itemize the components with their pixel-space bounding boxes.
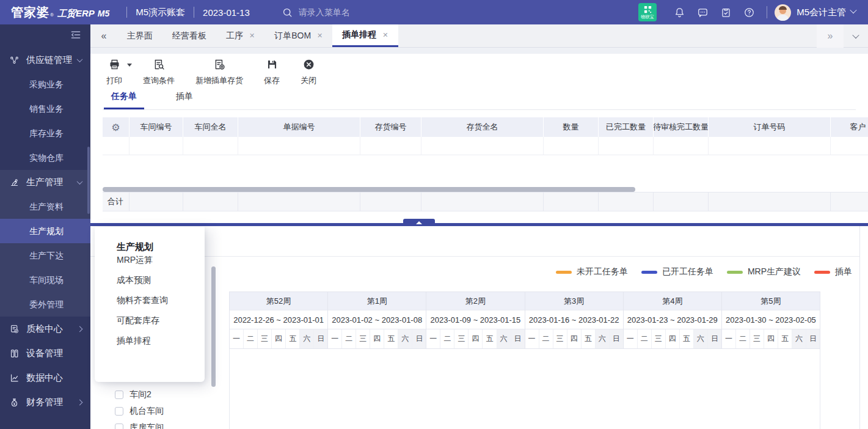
iot-badge-button[interactable]: 物联宝	[638, 3, 657, 21]
checkbox-unchecked[interactable]	[115, 424, 123, 429]
sidebar-item-生产资料[interactable]: 生产资料	[0, 194, 90, 219]
tab-经营看板[interactable]: 经营看板	[162, 24, 216, 47]
toolbar-button-新增插单存货[interactable]: 新增插单存货	[195, 58, 243, 86]
subtab-插单[interactable]: 插单	[169, 86, 200, 109]
gantt-day-cell[interactable]: 二	[440, 329, 454, 348]
sidebar-item-采购业务[interactable]: 采购业务	[0, 72, 90, 97]
sidebar-collapse-button[interactable]	[0, 24, 90, 48]
gantt-day-cell[interactable]: 四	[567, 329, 582, 348]
gantt-day-cell[interactable]: 五	[384, 329, 398, 348]
flyout-menu-item-成本预测[interactable]: 成本预测	[95, 270, 205, 290]
toolbar-button-查询条件[interactable]: 查询条件	[143, 58, 175, 86]
column-header-车间编号[interactable]: 车间编号	[129, 117, 183, 137]
workshop-item-车间2[interactable]: 车间2	[103, 386, 210, 403]
menu-search-input[interactable]	[299, 7, 390, 17]
gantt-day-cell[interactable]: 一	[624, 329, 638, 348]
sidebar-group-header-finance[interactable]: 财务管理	[0, 390, 90, 414]
gantt-day-cell[interactable]: 日	[806, 329, 820, 348]
gantt-day-cell[interactable]: 日	[412, 329, 426, 348]
collapse-panel-button[interactable]	[403, 219, 435, 226]
gantt-day-cell[interactable]: 二	[342, 329, 356, 348]
column-header-客户[interactable]: 客户	[831, 117, 868, 137]
sidebar-item-生产规划[interactable]: 生产规划	[0, 219, 90, 243]
tasks-clipboard-icon[interactable]	[714, 7, 737, 18]
tab-工序[interactable]: 工序✕	[216, 24, 264, 47]
sidebar-group-header-supply-chain[interactable]: 供应链管理	[0, 48, 90, 72]
sidebar-group-header-production[interactable]: 生产管理	[0, 170, 90, 194]
gantt-day-cell[interactable]: 一	[525, 329, 539, 348]
sidebar-item-销售业务[interactable]: 销售业务	[0, 97, 90, 121]
gantt-day-cell[interactable]: 六	[497, 329, 511, 348]
checkbox-unchecked[interactable]	[115, 407, 123, 416]
user-avatar[interactable]	[775, 4, 791, 21]
sidebar-group-header-equipment[interactable]: 设备管理	[0, 341, 90, 365]
sidebar-item-生产下达[interactable]: 生产下达	[0, 243, 90, 268]
gantt-day-cell[interactable]: 五	[483, 329, 497, 348]
gantt-day-cell[interactable]: 三	[356, 329, 370, 348]
notifications-bell-icon[interactable]	[668, 7, 691, 18]
column-header-存货全名[interactable]: 存货全名	[421, 117, 544, 137]
column-header-车间全名[interactable]: 车间全名	[183, 117, 238, 137]
menu-search[interactable]	[282, 7, 390, 18]
gantt-day-cell[interactable]: 日	[314, 329, 327, 348]
sidebar-item-实物仓库[interactable]: 实物仓库	[0, 145, 90, 170]
tab-scroll-left-button[interactable]: «	[90, 24, 117, 47]
horizontal-scrollbar-thumb[interactable]	[103, 187, 635, 192]
tab-主界面[interactable]: 主界面	[117, 24, 162, 47]
column-header-订单号码[interactable]: 订单号码	[709, 117, 831, 137]
flyout-menu-item-可配套库存[interactable]: 可配套库存	[95, 310, 205, 331]
toolbar-button-保存[interactable]: 保存	[264, 58, 280, 86]
gantt-day-cell[interactable]: 四	[272, 329, 286, 348]
dropdown-caret-icon[interactable]	[127, 64, 132, 67]
gantt-day-cell[interactable]: 二	[539, 329, 553, 348]
sidebar-group-header-data-center[interactable]: 数据中心	[0, 365, 90, 390]
sidebar-item-车间现场[interactable]: 车间现场	[0, 268, 90, 292]
column-header-存货编号[interactable]: 存货编号	[360, 117, 421, 137]
flyout-menu-item-插单排程[interactable]: 插单排程	[95, 331, 205, 351]
sidebar-item-库存业务[interactable]: 库存业务	[0, 121, 90, 145]
workshop-item-库房车间[interactable]: 库房车间	[103, 419, 210, 429]
gantt-day-cell[interactable]: 五	[286, 329, 300, 348]
gantt-day-cell[interactable]: 三	[553, 329, 567, 348]
flyout-menu-item-MRP运算[interactable]: MRP运算	[95, 250, 205, 270]
column-header-数量[interactable]: 数量	[544, 117, 599, 137]
gantt-day-cell[interactable]: 二	[638, 329, 652, 348]
gantt-day-cell[interactable]: 五	[778, 329, 792, 348]
tab-scroll-right-button[interactable]: »	[817, 24, 844, 48]
gantt-day-cell[interactable]: 二	[244, 329, 258, 348]
sidebar-scrollbar[interactable]	[87, 147, 90, 214]
gantt-day-cell[interactable]: 二	[736, 329, 750, 348]
gantt-day-cell[interactable]: 一	[722, 329, 736, 348]
chevron-down-icon[interactable]	[850, 7, 856, 13]
tab-list-dropdown[interactable]	[844, 34, 868, 38]
close-tab-icon[interactable]: ✕	[382, 31, 388, 39]
gantt-day-cell[interactable]: 四	[666, 329, 680, 348]
subtab-任务单[interactable]: 任务单	[104, 86, 144, 109]
gantt-day-cell[interactable]: 一	[328, 329, 342, 348]
gantt-day-cell[interactable]: 日	[708, 329, 721, 348]
user-name[interactable]: M5会计主管	[797, 7, 846, 18]
gantt-day-cell[interactable]: 四	[370, 329, 384, 348]
workshop-list-scrollbar[interactable]	[211, 266, 216, 387]
sidebar-item-委外管理[interactable]: 委外管理	[0, 292, 90, 317]
gantt-day-cell[interactable]: 三	[652, 329, 666, 348]
account-name[interactable]: M5演示账套	[136, 7, 185, 18]
gantt-day-cell[interactable]: 三	[750, 329, 764, 348]
gantt-day-cell[interactable]: 六	[398, 329, 412, 348]
tab-插单排程[interactable]: 插单排程✕	[332, 24, 398, 47]
gantt-day-cell[interactable]: 六	[792, 329, 806, 348]
gantt-day-cell[interactable]: 六	[300, 329, 314, 348]
close-tab-icon[interactable]: ✕	[249, 32, 255, 40]
toolbar-button-打印[interactable]: 打印	[106, 58, 122, 86]
column-header-已完工数量[interactable]: 已完工数量	[599, 117, 654, 137]
messages-icon[interactable]	[691, 7, 714, 18]
gantt-day-cell[interactable]: 三	[454, 329, 469, 348]
business-date[interactable]: 2023-01-13	[203, 7, 250, 18]
column-header-待审核完工数量[interactable]: 待审核完工数量	[654, 117, 709, 137]
gantt-day-cell[interactable]: 六	[694, 329, 708, 348]
gantt-day-cell[interactable]: 五	[582, 329, 596, 348]
gantt-day-cell[interactable]: 一	[230, 329, 244, 348]
gear-icon[interactable]: ⚙	[111, 122, 120, 133]
flyout-menu-item-物料齐套查询[interactable]: 物料齐套查询	[95, 290, 205, 310]
sidebar-group-header-quality[interactable]: 质检中心	[0, 317, 90, 341]
